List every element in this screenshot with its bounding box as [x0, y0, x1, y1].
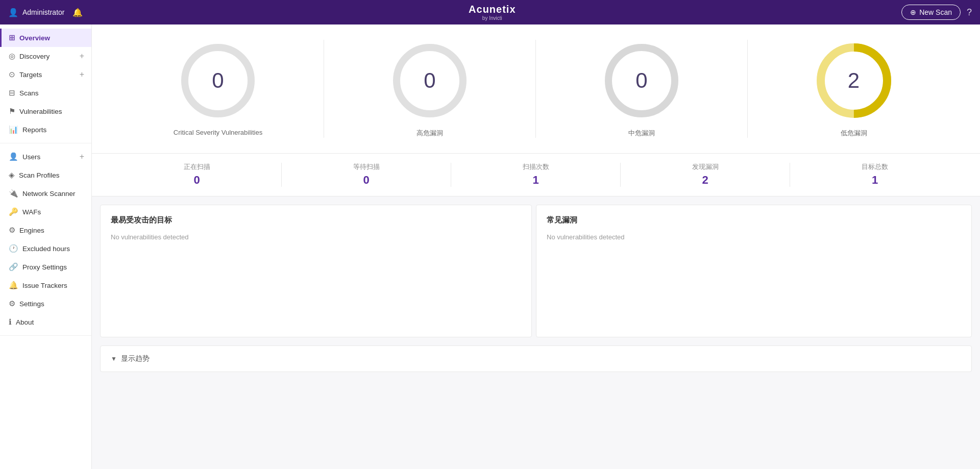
card-low: 2 低危漏洞 — [748, 40, 960, 138]
proxy-settings-icon: 🔗 — [9, 262, 18, 271]
donut-critical: 0 — [177, 40, 259, 121]
targets-add-icon[interactable]: + — [80, 70, 84, 79]
app-sub: by Invicti — [469, 15, 516, 21]
stat-vuln-found: 发现漏洞 2 — [621, 163, 790, 187]
stat-scanning-label: 正在扫描 — [184, 163, 210, 171]
stat-target-total-value: 1 — [872, 174, 878, 187]
stat-scanning: 正在扫描 0 — [112, 163, 282, 187]
notification-icon[interactable]: 🔔 — [72, 8, 83, 17]
panel-most-vulnerable-empty: No vulnerabilities detected — [111, 233, 521, 241]
scan-icon: ⊕ — [910, 8, 916, 16]
medium-value: 0 — [635, 68, 647, 93]
stat-scan-count-value: 1 — [532, 174, 538, 187]
about-icon: ℹ — [9, 317, 12, 327]
critical-value: 0 — [212, 68, 224, 93]
sidebar-item-vulnerabilities[interactable]: ⚑ Vulnerabilities — [0, 102, 91, 120]
trend-label: 显示趋势 — [121, 354, 150, 363]
card-high: 0 高危漏洞 — [324, 40, 536, 138]
sidebar-label-users: Users — [22, 153, 40, 161]
sidebar-item-issue-trackers[interactable]: 🔔 Issue Trackers — [0, 276, 91, 294]
sidebar-item-scan-profiles[interactable]: ◈ Scan Profiles — [0, 166, 91, 184]
scans-icon: ⊟ — [9, 88, 15, 97]
engines-icon: ⚙ — [9, 226, 15, 235]
user-icon: 👤 — [8, 8, 18, 17]
username-label: Administrator — [22, 8, 64, 16]
sidebar: ⊞ Overview ◎ Discovery + ⊙ Targets + — [0, 24, 92, 469]
sidebar-label-scan-profiles: Scan Profiles — [19, 171, 60, 179]
low-value: 2 — [848, 68, 860, 93]
stat-target-total: 目标总数 1 — [790, 163, 960, 187]
sidebar-label-about: About — [16, 318, 34, 326]
sidebar-item-reports[interactable]: 📊 Reports — [0, 120, 91, 139]
sidebar-label-proxy-settings: Proxy Settings — [22, 263, 67, 271]
sidebar-item-users[interactable]: 👤 Users + — [0, 147, 91, 166]
stat-waiting-value: 0 — [363, 174, 369, 187]
sidebar-item-settings[interactable]: ⚙ Settings — [0, 294, 91, 313]
trend-section: ▼ 显示趋势 — [100, 345, 972, 372]
panel-common-vulns: 常见漏洞 No vulnerabilities detected — [536, 205, 972, 337]
help-icon[interactable]: ? — [967, 7, 972, 18]
donut-medium: 0 — [601, 40, 682, 121]
settings-icon: ⚙ — [9, 299, 15, 308]
topbar-right: ⊕ New Scan ? — [901, 5, 972, 20]
sidebar-item-wafs[interactable]: 🔑 WAFs — [0, 203, 91, 221]
panel-common-vulns-empty: No vulnerabilities detected — [547, 233, 961, 241]
high-label: 高危漏洞 — [416, 129, 443, 138]
sidebar-item-engines[interactable]: ⚙ Engines — [0, 221, 91, 239]
wafs-icon: 🔑 — [9, 207, 18, 216]
sidebar-item-excluded-hours[interactable]: 🕐 Excluded hours — [0, 239, 91, 258]
trend-arrow-icon: ▼ — [111, 355, 117, 362]
topbar: 👤 Administrator 🔔 Acunetix by Invicti ⊕ … — [0, 0, 980, 24]
users-add-icon[interactable]: + — [80, 152, 84, 161]
sidebar-item-discovery[interactable]: ◎ Discovery + — [0, 47, 91, 65]
users-icon: 👤 — [9, 152, 18, 161]
sidebar-label-vulnerabilities: Vulnerabilities — [19, 108, 62, 115]
stat-vuln-found-label: 发现漏洞 — [692, 163, 719, 171]
sidebar-settings-section: 👤 Users + ◈ Scan Profiles 🔌 Network Scan… — [0, 143, 91, 336]
stat-target-total-label: 目标总数 — [862, 163, 888, 171]
network-scanner-icon: 🔌 — [9, 189, 18, 198]
low-label: 低危漏洞 — [841, 129, 867, 138]
sidebar-label-network-scanner: Network Scanner — [22, 190, 76, 198]
trend-toggle-button[interactable]: ▼ 显示趋势 — [111, 354, 961, 363]
vuln-cards-row: 0 Critical Severity Vulnerabilities 0 高危… — [92, 24, 980, 154]
sidebar-label-settings: Settings — [19, 300, 44, 308]
sidebar-item-scans[interactable]: ⊟ Scans — [0, 84, 91, 102]
new-scan-label: New Scan — [919, 8, 952, 16]
card-critical: 0 Critical Severity Vulnerabilities — [112, 40, 324, 138]
stat-scanning-value: 0 — [193, 174, 200, 187]
targets-icon: ⊙ — [9, 70, 15, 79]
new-scan-button[interactable]: ⊕ New Scan — [901, 5, 961, 20]
sidebar-item-targets[interactable]: ⊙ Targets + — [0, 65, 91, 84]
sidebar-item-overview[interactable]: ⊞ Overview — [0, 29, 91, 47]
stat-scan-count: 扫描次数 1 — [451, 163, 621, 187]
issue-trackers-icon: 🔔 — [9, 281, 18, 290]
critical-label: Critical Severity Vulnerabilities — [174, 129, 262, 136]
sidebar-item-network-scanner[interactable]: 🔌 Network Scanner — [0, 184, 91, 203]
stat-scan-count-label: 扫描次数 — [523, 163, 549, 171]
app-branding: Acunetix by Invicti — [469, 4, 516, 21]
sidebar-label-excluded-hours: Excluded hours — [22, 245, 70, 253]
stat-vuln-found-value: 2 — [702, 174, 708, 187]
sidebar-label-wafs: WAFs — [22, 208, 41, 216]
panel-common-vulns-title: 常见漏洞 — [547, 215, 961, 225]
sidebar-item-proxy-settings[interactable]: 🔗 Proxy Settings — [0, 258, 91, 276]
sidebar-item-about[interactable]: ℹ About — [0, 313, 91, 331]
vulnerabilities-icon: ⚑ — [9, 107, 15, 116]
discovery-add-icon[interactable]: + — [80, 52, 84, 61]
donut-low: 2 — [813, 40, 895, 121]
sidebar-label-targets: Targets — [19, 71, 42, 79]
medium-label: 中危漏洞 — [628, 129, 655, 138]
card-medium: 0 中危漏洞 — [536, 40, 748, 138]
topbar-user: 👤 Administrator 🔔 — [8, 8, 83, 17]
donut-high: 0 — [389, 40, 471, 121]
main-content: 0 Critical Severity Vulnerabilities 0 高危… — [92, 24, 980, 469]
scan-profiles-icon: ◈ — [9, 170, 15, 180]
app-name: Acunetix — [469, 4, 516, 15]
sidebar-label-discovery: Discovery — [19, 53, 50, 60]
panel-most-vulnerable-title: 最易受攻击的目标 — [111, 215, 521, 225]
stat-waiting-label: 等待扫描 — [353, 163, 380, 171]
sidebar-label-engines: Engines — [19, 227, 44, 234]
panel-most-vulnerable: 最易受攻击的目标 No vulnerabilities detected — [100, 205, 532, 337]
panels-row: 最易受攻击的目标 No vulnerabilities detected 常见漏… — [100, 205, 972, 337]
